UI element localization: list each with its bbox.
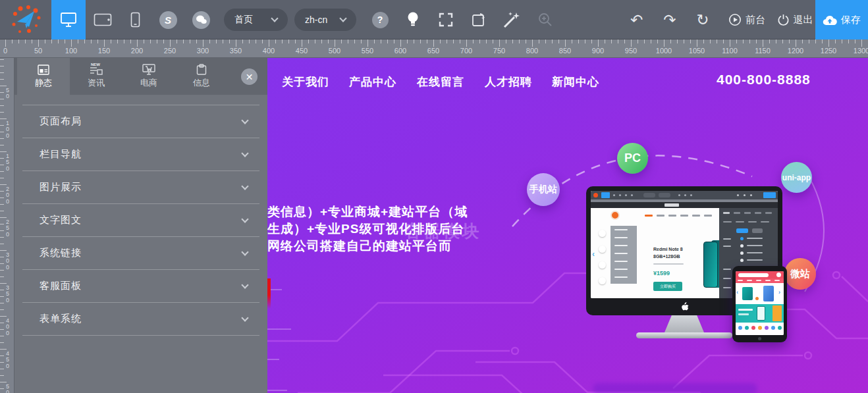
chevron-down-icon [241, 215, 248, 223]
info-module-icon [196, 64, 207, 75]
section-page-layout[interactable]: 页面布局 [22, 105, 259, 138]
language-select[interactable]: zh-cn [294, 9, 356, 31]
phone-icon [130, 12, 140, 28]
section-system-links[interactable]: 系统链接 [22, 237, 259, 270]
page-select[interactable]: 首页 [224, 9, 288, 31]
bubble-pc-label: PC [624, 151, 641, 165]
fullscreen-button[interactable] [435, 0, 457, 39]
chevron-down-icon [241, 182, 248, 190]
magic-wand-icon [502, 11, 520, 29]
device-tablet-button[interactable] [87, 0, 119, 39]
bubble-weisite-label: 微站 [790, 268, 810, 280]
chevron-down-icon [241, 248, 248, 255]
section-label: 客服面板 [40, 280, 82, 292]
language-select-value: zh-cn [305, 14, 327, 25]
help-icon: ? [372, 12, 389, 28]
import-template-button[interactable] [468, 0, 490, 39]
lightbulb-icon [406, 11, 420, 28]
bubble-weisite: 微站 [784, 258, 816, 290]
mini-toolbar [591, 191, 778, 199]
tab-ecommerce-label: 电商 [140, 77, 157, 89]
section-column-nav[interactable]: 栏目导航 [22, 138, 259, 171]
top-toolbar: S 首页 zh-cn ? [0, 0, 868, 39]
exit-button[interactable]: 退出 [773, 0, 817, 39]
container-module-watermark: 容器模块 [404, 220, 481, 243]
static-module-icon [38, 65, 49, 75]
save-button[interactable]: 保存 [815, 0, 868, 39]
panel-close-button[interactable]: ✕ [241, 68, 258, 85]
site-nav-jobs[interactable]: 人才招聘 [485, 74, 532, 90]
tablet-icon [94, 13, 112, 26]
mini-product-title: Redmi Note 8 [653, 247, 683, 251]
editor-window: S 首页 zh-cn ? [0, 0, 868, 393]
imac-shadow [593, 383, 757, 393]
front-label: 前台 [746, 14, 765, 26]
section-text-graphic[interactable]: 文字图文 [22, 204, 259, 237]
site-nav-about[interactable]: 关于我们 [282, 74, 329, 90]
page-select-value: 首页 [234, 14, 253, 26]
vertical-ruler: 5 01 0 01 5 02 0 02 5 03 0 03 5 04 0 04 … [0, 58, 14, 393]
tab-info-label: 信息 [193, 77, 210, 89]
refresh-button[interactable]: ↻ [692, 0, 714, 39]
mini-phone-front [703, 242, 718, 288]
chevron-down-icon [241, 314, 248, 321]
cloud-save-icon [823, 14, 837, 26]
bubble-uniapp: uni-app [781, 162, 812, 193]
play-circle-icon [728, 13, 742, 26]
component-accordion: 页面布局 栏目导航 图片展示 文字图文 系统链接 客服面板 表单系统 [22, 105, 259, 336]
preview-front-button[interactable]: 前台 [723, 0, 771, 39]
section-label: 页面布局 [40, 115, 82, 128]
section-service-panel[interactable]: 客服面板 [22, 270, 259, 303]
tablet-home-button [758, 337, 761, 340]
miniprogram-button[interactable]: S [153, 0, 183, 39]
section-label: 系统链接 [40, 247, 82, 259]
ecommerce-module-icon [142, 64, 155, 75]
app-logo[interactable] [5, 0, 46, 39]
tablet-illustration: ‹ › [732, 266, 787, 342]
wechat-icon [192, 11, 210, 29]
paper-plane-logo-icon [9, 5, 42, 35]
tablet-screen: ‹ › [736, 271, 784, 335]
site-nav-message[interactable]: 在线留言 [417, 74, 464, 90]
section-label: 栏目导航 [40, 148, 82, 161]
chevron-down-icon [339, 14, 346, 22]
help-button[interactable]: ? [369, 0, 391, 39]
save-label: 保存 [841, 14, 861, 26]
bubble-pc: PC [617, 143, 648, 174]
exit-label: 退出 [794, 14, 813, 26]
chevron-down-icon [241, 281, 248, 288]
redo-button[interactable]: ↷ [659, 0, 681, 39]
mini-product-price: ¥1599 [653, 270, 670, 276]
wechat-button[interactable] [186, 0, 216, 39]
chevron-down-icon [241, 149, 248, 157]
device-desktop-button[interactable] [51, 0, 86, 39]
section-label: 文字图文 [40, 214, 82, 226]
section-label: 表单系统 [40, 313, 82, 325]
site-nav-news[interactable]: 新闻中心 [552, 74, 599, 90]
tab-info[interactable]: 信息 [175, 58, 228, 95]
tab-ecommerce[interactable]: 电商 [122, 58, 175, 95]
site-phone-number[interactable]: 400-800-8888 [717, 72, 811, 88]
find-replace-button[interactable] [533, 0, 557, 39]
bubble-mobile-site-label: 手机站 [529, 184, 557, 196]
section-form-system[interactable]: 表单系统 [22, 303, 259, 336]
hero-line-1: 类信息）+专业商城+建站平台（域 [267, 203, 468, 221]
site-nav-products[interactable]: 产品中心 [349, 74, 396, 90]
panel-tab-bar: 静态 NEW 资讯 电商 [14, 58, 267, 95]
mini-carousel-prev: ‹ [592, 249, 595, 259]
device-phone-button[interactable] [120, 0, 150, 39]
desktop-icon [60, 12, 77, 28]
imac-stand-base [636, 332, 732, 338]
mini-buy-button: 立即购买 [653, 282, 682, 291]
tips-button[interactable] [402, 0, 424, 39]
chevron-down-icon [241, 117, 248, 124]
component-panel: 静态 NEW 资讯 电商 [14, 58, 267, 393]
tab-static-label: 静态 [35, 77, 52, 89]
undo-button[interactable]: ↶ [626, 0, 648, 39]
section-image-display[interactable]: 图片展示 [22, 171, 259, 204]
magic-wand-button[interactable] [499, 0, 523, 39]
news-module-icon: NEW [90, 65, 103, 75]
tab-news[interactable]: NEW 资讯 [70, 58, 122, 95]
tab-static[interactable]: 静态 [17, 58, 70, 95]
bubble-uniapp-label: uni-app [782, 173, 811, 182]
